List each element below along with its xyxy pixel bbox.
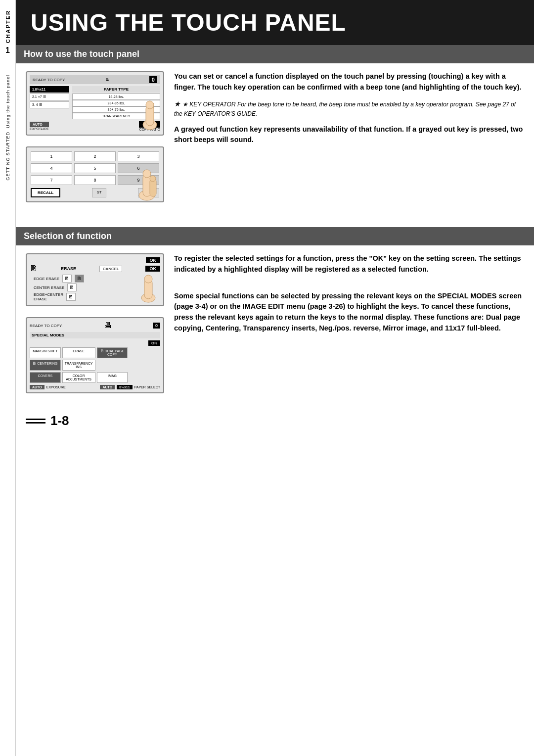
section2-heading: Selection of function bbox=[24, 231, 526, 241]
sp-spacer3 bbox=[129, 360, 133, 371]
screen1-topbar: READY TO COPY. 🖶 0 bbox=[30, 75, 160, 84]
numpad-8: 8 bbox=[74, 175, 116, 185]
sp-auto-exp: AUTO bbox=[30, 385, 44, 389]
screen1-exposure-label: EXPOSURE bbox=[30, 127, 49, 131]
sp-margin-shift: MARGIN SHIFT bbox=[30, 347, 61, 358]
finger1-svg bbox=[140, 95, 167, 132]
finger2-svg bbox=[136, 162, 166, 201]
cancel-btn: CANCEL bbox=[99, 266, 122, 272]
special-screen-mock: READY TO COPY. 🖶 0 SPECIAL MODES OK MARG… bbox=[26, 317, 164, 393]
numpad-3: 3 bbox=[118, 151, 159, 161]
sp-image: IMAG bbox=[97, 372, 128, 383]
page-line-1 bbox=[26, 419, 45, 420]
sp-auto-paper: AUTO bbox=[100, 385, 115, 389]
getting-started-label: GETTING STARTED Using the touch panel bbox=[5, 75, 10, 181]
sp-dual-page: 🖹 DUAL PAGECOPY bbox=[97, 347, 128, 358]
sp-zero: 0 bbox=[153, 323, 160, 329]
screen1-page-icon: 🖶 bbox=[105, 78, 109, 82]
finger3-svg bbox=[138, 269, 166, 304]
sp-paper-size: 8½x11 bbox=[117, 385, 132, 389]
screen1-size-col: 1.8½x11 2.1 ×7 ☰ 3. 4 ☰ bbox=[30, 86, 69, 119]
erase-doc-icon: 🖹 bbox=[30, 264, 38, 273]
edge-center-erase-label: EDGE+CENTERERASE bbox=[34, 292, 63, 301]
section1-right: You can set or cancel a function display… bbox=[174, 71, 524, 208]
page-lines bbox=[26, 419, 45, 424]
section2-header: Selection of function bbox=[16, 227, 534, 245]
edge-erase-icon: 🖹 bbox=[62, 275, 72, 283]
section1-header: How to use the touch panel bbox=[16, 45, 534, 63]
section2-content: OK 🖹 ERASE CANCEL OK EDGE ERASE 🖹 🖹 CENT… bbox=[16, 245, 534, 403]
page-line-2 bbox=[26, 422, 45, 424]
section2-para1: To register the selected settings for a … bbox=[174, 253, 524, 275]
edge-erase-icon2: 🖹 bbox=[75, 275, 84, 283]
special-top: READY TO COPY. 🖶 0 bbox=[30, 321, 160, 330]
section2-left: OK 🖹 ERASE CANCEL OK EDGE ERASE 🖹 🖹 CENT… bbox=[26, 253, 164, 399]
sp-covers: COVERS bbox=[30, 372, 61, 383]
section-gap bbox=[16, 212, 534, 227]
edge-center-erase-icon: 🖹 bbox=[66, 293, 76, 301]
section2-para2: Some special functions can be selected b… bbox=[174, 291, 524, 334]
sp-spacer2 bbox=[97, 360, 101, 371]
numpad-7: 7 bbox=[31, 175, 72, 185]
sp-exposure-label: EXPOSURE bbox=[46, 385, 66, 389]
screen1-zero: 0 bbox=[149, 76, 157, 83]
edge-erase-label: EDGE ERASE bbox=[34, 277, 59, 281]
sp-paper-row: AUTO 8½x11 PAPER SELECT bbox=[100, 385, 160, 389]
section1-para1: You can set or cancel a function display… bbox=[174, 71, 524, 93]
svg-point-7 bbox=[150, 176, 156, 182]
sp-bottom: AUTO EXPOSURE AUTO 8½x11 PAPER SELECT bbox=[30, 385, 160, 389]
page-number: 1-8 bbox=[50, 413, 69, 428]
svg-point-10 bbox=[144, 275, 152, 283]
screen1-paper-type-label: PAPER TYPE bbox=[72, 86, 160, 93]
screen2-mock: 1 2 3 4 5 6 7 8 9 RECALL ST ELETE bbox=[26, 146, 164, 202]
numpad-4: 4 bbox=[31, 163, 72, 173]
section1-note: ★★ KEY OPERATOR For the beep tone to be … bbox=[174, 99, 524, 118]
chapter-number: 1 bbox=[5, 46, 10, 55]
section1-heading: How to use the touch panel bbox=[24, 49, 526, 59]
erase-label: ERASE bbox=[61, 266, 76, 271]
sp-page-icon: 🖶 bbox=[104, 321, 112, 330]
screen1-size3: 3. 4 ☰ bbox=[30, 101, 69, 108]
screen1-exposure-area: AUTO EXPOSURE bbox=[30, 122, 49, 131]
recall-btn: RECALL bbox=[31, 188, 60, 197]
store-btn: ST bbox=[92, 188, 106, 197]
sp-color-adj: COLOR ADJUSTMENTS bbox=[62, 372, 95, 383]
sp-centering: 🖹 CENTERING bbox=[30, 360, 61, 371]
numpad-1: 1 bbox=[31, 151, 72, 161]
section1-content: READY TO COPY. 🖶 0 1.8½x11 2.1 ×7 ☰ 3. 4… bbox=[16, 63, 534, 212]
sp-ready: READY TO COPY. bbox=[30, 324, 63, 328]
main-content: USING THE TOUCH PANEL How to use the tou… bbox=[16, 0, 534, 433]
sp-erase: ERASE bbox=[62, 347, 95, 358]
center-erase-label: CENTER ERASE bbox=[34, 285, 64, 290]
center-erase-icon: 🖹 bbox=[67, 284, 77, 291]
special-grid: MARGIN SHIFT ERASE 🖹 DUAL PAGECOPY 🖹 CEN… bbox=[30, 347, 160, 383]
svg-point-5 bbox=[143, 170, 151, 178]
chapter-sidebar: CHAPTER 1 GETTING STARTED Using the touc… bbox=[0, 0, 16, 756]
erase-ok-btn: OK bbox=[146, 257, 161, 263]
screen1-mock: READY TO COPY. 🖶 0 1.8½x11 2.1 ×7 ☰ 3. 4… bbox=[26, 71, 164, 136]
screen1-auto: AUTO bbox=[30, 122, 49, 127]
sp-exposure-row: AUTO EXPOSURE bbox=[30, 385, 66, 389]
screen1-size1: 1.8½x11 bbox=[30, 86, 69, 93]
screen1-ready: READY TO COPY. bbox=[33, 78, 66, 82]
sp-ok-btn: OK bbox=[148, 340, 160, 346]
sp-transparency: TRANSPARENCY INS bbox=[62, 360, 95, 371]
sp-paper-select: PAPER SELECT bbox=[134, 385, 160, 389]
sp-spacer bbox=[129, 347, 133, 358]
page-number-area: 1-8 bbox=[16, 403, 534, 433]
section1-para2: A grayed out function key represents una… bbox=[174, 124, 524, 146]
erase-screen-mock: OK 🖹 ERASE CANCEL OK EDGE ERASE 🖹 🖹 CENT… bbox=[26, 253, 164, 306]
section1-left: READY TO COPY. 🖶 0 1.8½x11 2.1 ×7 ☰ 3. 4… bbox=[26, 71, 164, 208]
para-gap bbox=[174, 281, 524, 291]
title-block: USING THE TOUCH PANEL bbox=[16, 0, 534, 45]
section2-right: To register the selected settings for a … bbox=[174, 253, 524, 399]
screen1-size2: 2.1 ×7 ☰ bbox=[30, 94, 69, 100]
numpad-2: 2 bbox=[74, 151, 116, 161]
numpad-5: 5 bbox=[74, 163, 116, 173]
page-title: USING THE TOUCH PANEL bbox=[31, 9, 519, 36]
star-symbol: ★ bbox=[174, 100, 180, 108]
sp-modes-label: SPECIAL MODES bbox=[30, 332, 160, 338]
section1-note-text: ★ KEY OPERATOR For the beep tone to be h… bbox=[174, 101, 516, 117]
chapter-label: CHAPTER bbox=[5, 10, 11, 43]
svg-point-2 bbox=[146, 101, 154, 109]
